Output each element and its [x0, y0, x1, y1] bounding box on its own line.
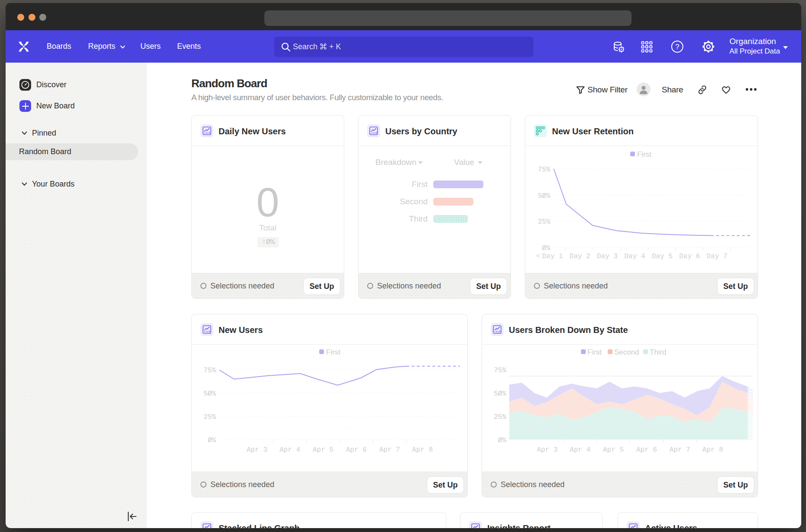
svg-text:Apr 7: Apr 7 — [379, 446, 400, 454]
svg-text:<: < — [536, 253, 540, 260]
svg-text:75%: 75% — [494, 367, 506, 374]
svg-text:75%: 75% — [538, 166, 550, 174]
svg-text:Apr 4: Apr 4 — [279, 446, 300, 454]
svg-text:Apr 6: Apr 6 — [636, 446, 657, 454]
svg-text:5Ø%: 5Ø% — [494, 390, 506, 398]
svg-text:Day 3: Day 3 — [597, 253, 618, 260]
svg-text:Apr 8: Apr 8 — [412, 446, 433, 454]
svg-text:First: First — [637, 150, 651, 158]
svg-text:Day 5: Day 5 — [652, 253, 673, 260]
svg-text:Day 6: Day 6 — [679, 253, 700, 260]
svg-text:?: ? — [675, 43, 679, 51]
svg-text:5Ø%: 5Ø% — [538, 192, 550, 200]
svg-text:75%: 75% — [203, 367, 216, 374]
svg-text:Apr 5: Apr 5 — [603, 446, 624, 454]
svg-text:25%: 25% — [203, 413, 216, 421]
svg-text:Apr 3: Apr 3 — [247, 446, 267, 454]
svg-text:Day 7: Day 7 — [707, 253, 727, 260]
svg-text:Ø%: Ø% — [208, 437, 216, 444]
svg-text:Apr 3: Apr 3 — [537, 446, 558, 454]
svg-text:Day 2: Day 2 — [569, 253, 590, 260]
svg-text:First: First — [326, 348, 340, 356]
svg-text:Apr 5: Apr 5 — [313, 446, 333, 454]
svg-text:Apr 4: Apr 4 — [570, 446, 590, 454]
svg-text:Apr 8: Apr 8 — [702, 446, 723, 454]
svg-text:25%: 25% — [538, 218, 550, 226]
svg-text:25%: 25% — [494, 413, 506, 421]
svg-text:Ø%: Ø% — [498, 437, 507, 444]
svg-text:First: First — [587, 348, 602, 356]
svg-text:5Ø%: 5Ø% — [203, 390, 216, 398]
svg-text:Day 1: Day 1 — [542, 253, 563, 260]
svg-text:Apr 6: Apr 6 — [346, 446, 367, 454]
svg-text:Third: Third — [650, 348, 666, 356]
svg-text:Day 4: Day 4 — [624, 253, 645, 260]
svg-text:Apr 7: Apr 7 — [670, 446, 690, 454]
svg-text:Second: Second — [614, 348, 639, 356]
svg-text:Ø%: Ø% — [542, 244, 551, 252]
